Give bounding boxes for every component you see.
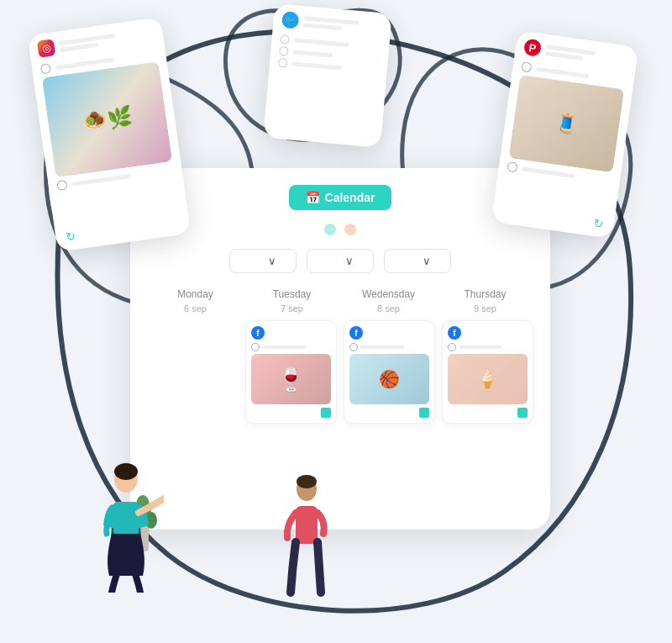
date-6sep: 6 sep bbox=[147, 303, 244, 314]
calendar-small-icon-tuesday bbox=[321, 408, 331, 418]
days-header: Monday Tuesday Wedensday Thursday bbox=[147, 288, 533, 300]
filter-1-label bbox=[242, 255, 263, 267]
time-row-wednesday bbox=[349, 343, 429, 351]
clock-icon-wednesday bbox=[349, 343, 358, 351]
facebook-icon-thursday: f bbox=[448, 326, 461, 340]
calendar-icon: 📅 bbox=[306, 191, 320, 204]
svg-rect-11 bbox=[296, 506, 318, 544]
facebook-icon-tuesday: f bbox=[251, 326, 265, 340]
filter-select-1[interactable]: ∨ bbox=[229, 249, 297, 273]
dates-row: 6 sep 7 sep 8 sep 9 sep bbox=[147, 303, 533, 314]
chevron-down-icon-3: ∨ bbox=[423, 255, 431, 267]
post-bottom-thursday bbox=[448, 408, 528, 418]
day-thursday: Thursday bbox=[437, 288, 533, 300]
filter-row: ∨ ∨ ∨ bbox=[147, 249, 533, 273]
post-bottom-wednesday bbox=[349, 408, 429, 418]
date-8sep: 8 sep bbox=[340, 303, 437, 314]
phone-img-food: 🧆🌿 bbox=[42, 61, 172, 177]
filter-select-2[interactable]: ∨ bbox=[307, 249, 374, 273]
post-img-basketball: 🏀 bbox=[349, 354, 429, 404]
clock-icon-thursday bbox=[448, 343, 456, 351]
calendar-header: 📅 Calendar bbox=[147, 185, 533, 210]
date-7sep: 7 sep bbox=[244, 303, 340, 314]
pinterest-icon: P bbox=[523, 38, 543, 57]
calendar-button[interactable]: 📅 Calendar bbox=[289, 185, 392, 210]
post-icon-row-tuesday: f bbox=[251, 326, 331, 340]
post-bottom-tuesday bbox=[251, 408, 331, 418]
filter-3-label bbox=[396, 255, 417, 267]
chevron-down-icon-1: ∨ bbox=[268, 255, 276, 267]
svg-point-7 bbox=[114, 463, 138, 480]
clock-icon-tuesday bbox=[251, 343, 260, 351]
scene: ◎ 🧆🌿 ↻ 🐦 bbox=[0, 0, 672, 643]
person-right bbox=[277, 471, 336, 597]
time-row-tuesday bbox=[251, 343, 331, 351]
post-icon-row-thursday: f bbox=[448, 326, 528, 340]
post-img-drink: 🍷 bbox=[251, 354, 331, 404]
date-9sep: 9 sep bbox=[437, 303, 533, 314]
post-card-wednesday[interactable]: f 🏀 bbox=[344, 320, 435, 424]
dot-peach bbox=[344, 224, 356, 235]
post-card-tuesday[interactable]: f 🍷 bbox=[245, 320, 337, 424]
calendar-dots bbox=[147, 224, 533, 235]
refresh-icon-left: ↻ bbox=[65, 229, 76, 245]
post-icon-row-wednesday: f bbox=[349, 326, 429, 340]
calendar-small-icon-thursday bbox=[517, 408, 528, 418]
day-wednesday: Wedensday bbox=[340, 288, 437, 300]
dot-green bbox=[324, 224, 336, 235]
svg-rect-8 bbox=[113, 502, 139, 535]
day-monday: Monday bbox=[147, 288, 244, 300]
post-card-monday bbox=[147, 320, 239, 424]
filter-2-label bbox=[319, 255, 340, 267]
filter-select-3[interactable]: ∨ bbox=[384, 249, 451, 273]
post-img-icecream: 🍦 bbox=[448, 354, 528, 404]
posts-row: f 🍷 f bbox=[147, 320, 533, 424]
calendar-label: Calendar bbox=[325, 191, 375, 204]
calendar-small-icon-wednesday bbox=[419, 408, 429, 418]
twitter-icon: 🐦 bbox=[281, 11, 300, 29]
phone-card-twitter: 🐦 bbox=[263, 3, 391, 148]
day-tuesday: Tuesday bbox=[244, 288, 340, 300]
person-left bbox=[88, 458, 164, 593]
time-row-thursday bbox=[448, 343, 528, 351]
refresh-icon-right: ↻ bbox=[593, 216, 605, 231]
svg-point-10 bbox=[297, 475, 317, 488]
post-card-thursday[interactable]: f 🍦 bbox=[442, 320, 533, 424]
instagram-icon: ◎ bbox=[37, 39, 56, 58]
phone-img-sewing: 🧵 bbox=[508, 75, 624, 172]
chevron-down-icon-2: ∨ bbox=[345, 255, 354, 267]
calendar-card: 📅 Calendar ∨ ∨ ∨ bbox=[130, 168, 550, 530]
facebook-icon-wednesday: f bbox=[349, 326, 363, 340]
